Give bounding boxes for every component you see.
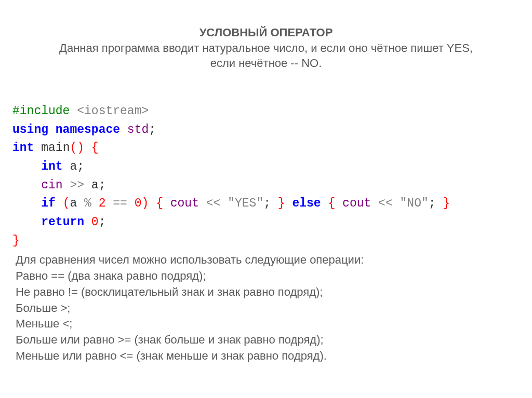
code-semicolon: ; xyxy=(99,215,106,229)
code-semicolon: ; xyxy=(77,160,84,173)
code-cin: cin xyxy=(41,179,62,192)
code-brace-open: { xyxy=(321,197,342,210)
code-semicolon: ; xyxy=(429,197,436,210)
code-stream-op: << xyxy=(371,197,392,210)
code-main-parens: () xyxy=(70,141,84,155)
code-cout: cout xyxy=(170,197,199,210)
code-block: #include <iostream> using namespace std;… xyxy=(0,71,532,250)
code-brace-close: } xyxy=(271,197,285,210)
code-brace-close: } xyxy=(436,197,450,210)
explain-intro: Для сравнения чисел можно использовать с… xyxy=(16,252,532,268)
code-return-keyword: return xyxy=(41,215,84,229)
code-cout: cout xyxy=(342,197,371,210)
code-var-a: a xyxy=(70,197,77,210)
code-literal-2: 2 xyxy=(99,197,106,210)
code-semicolon: ; xyxy=(99,179,106,192)
explanation-block: Для сравнения чисел можно использовать с… xyxy=(0,250,532,364)
code-paren-open: ( xyxy=(56,197,70,210)
code-indent xyxy=(12,179,41,192)
slide-subtitle-line2: если нечётное -- NO. xyxy=(0,56,532,71)
code-else-keyword: else xyxy=(285,197,321,210)
code-mod-op: % xyxy=(77,197,98,210)
code-semicolon: ; xyxy=(263,197,271,210)
code-open-brace: { xyxy=(84,141,99,155)
slide-title: УСЛОВНЫЙ ОПЕРАТОР xyxy=(0,25,532,40)
code-paren-close: ) xyxy=(142,197,149,210)
code-var-a: a xyxy=(63,160,77,173)
code-include-header: <iostream> xyxy=(70,104,149,118)
code-brace-open: { xyxy=(149,197,170,210)
code-string-yes: "YES" xyxy=(220,197,263,210)
explain-eq: Равно == (два знака равно подряд); xyxy=(16,268,532,284)
code-string-no: "NO" xyxy=(393,197,429,210)
code-close-brace: } xyxy=(12,234,20,248)
code-int-keyword: int xyxy=(12,141,34,155)
code-literal-0: 0 xyxy=(135,197,142,210)
code-literal-0: 0 xyxy=(84,215,99,229)
explain-ge: Больше или равно >= (знак больше и знак … xyxy=(16,332,532,348)
code-semicolon: ; xyxy=(149,123,156,136)
explain-lt: Меньше <; xyxy=(16,316,532,332)
slide-header: УСЛОВНЫЙ ОПЕРАТОР Данная программа вводи… xyxy=(0,0,532,71)
explain-le: Меньше или равно <= (знак меньше и знак … xyxy=(16,348,532,364)
code-indent xyxy=(12,197,41,210)
code-using-keyword: using xyxy=(12,123,48,136)
code-int-keyword: int xyxy=(41,160,62,173)
code-stream-op: >> xyxy=(63,179,84,192)
slide-subtitle-line1: Данная программа вводит натуральное числ… xyxy=(0,40,532,56)
code-std: std xyxy=(120,123,149,136)
code-namespace-keyword: namespace xyxy=(48,123,120,136)
code-include-directive: #include xyxy=(12,104,70,118)
code-var-a: a xyxy=(84,179,99,192)
code-indent xyxy=(12,215,41,229)
explain-gt: Больше >; xyxy=(16,300,532,317)
code-main-name: main xyxy=(34,141,70,155)
code-eq-op: == xyxy=(105,197,134,210)
code-if-keyword: if xyxy=(41,197,56,210)
code-indent xyxy=(12,160,41,173)
explain-neq: Не равно != (восклицательный знак и знак… xyxy=(16,284,532,300)
code-stream-op: << xyxy=(199,197,220,210)
